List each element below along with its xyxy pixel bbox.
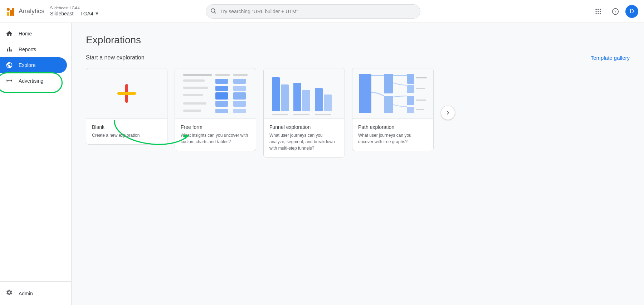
path-card-body: Path exploration What user journeys can … (352, 118, 433, 151)
cards-container: Blank Create a new exploration (86, 68, 630, 158)
freeform-card-desc: What insights can you uncover with custo… (181, 132, 250, 145)
svg-rect-22 (233, 79, 246, 84)
sidebar-item-reports-label: Reports (19, 47, 36, 52)
svg-point-13 (597, 13, 599, 14)
blank-exploration-card[interactable]: Blank Create a new exploration (86, 68, 167, 145)
app-title: Analytics (19, 8, 44, 15)
svg-rect-33 (215, 109, 228, 113)
svg-rect-17 (183, 74, 212, 76)
sidebar-nav: Home Reports Explore (0, 26, 71, 281)
svg-point-10 (597, 11, 599, 12)
plus-icon (117, 84, 136, 103)
svg-rect-27 (215, 92, 228, 100)
freeform-card-body: Free form What insights can you uncover … (175, 118, 256, 151)
sidebar-item-explore-label: Explore (19, 62, 35, 68)
svg-point-11 (600, 11, 601, 12)
sidebar-item-home-label: Home (19, 31, 32, 37)
svg-point-6 (595, 9, 596, 10)
funnel-card-title: Funnel exploration (269, 124, 339, 130)
layout: Home Reports Explore (0, 23, 644, 305)
svg-rect-20 (183, 79, 205, 82)
property-top-text: Slidebeast I GA4 (50, 6, 98, 10)
advertising-icon (6, 77, 13, 84)
svg-rect-46 (384, 96, 393, 113)
blank-card-desc: Create a new exploration (92, 132, 161, 139)
funnel-exploration-card[interactable]: Funnel exploration What user journeys ca… (263, 68, 345, 158)
sidebar-item-explore[interactable]: Explore (0, 57, 67, 73)
svg-rect-32 (183, 110, 201, 112)
next-chevron-button[interactable] (441, 106, 455, 120)
svg-rect-47 (407, 74, 414, 84)
svg-line-5 (214, 12, 216, 13)
svg-rect-35 (272, 77, 280, 111)
blank-card-title: Blank (92, 124, 161, 130)
path-card-thumbnail (352, 68, 433, 118)
svg-rect-50 (407, 107, 414, 113)
property-name-text: Slidebeast | I GA4 ▾ (50, 10, 98, 17)
svg-rect-21 (215, 79, 228, 84)
svg-rect-52 (416, 88, 425, 89)
blank-card-thumbnail (86, 68, 167, 118)
property-selector[interactable]: Slidebeast I GA4 Slidebeast | I GA4 ▾ (50, 6, 98, 17)
svg-rect-34 (233, 109, 246, 113)
svg-rect-24 (215, 86, 228, 91)
sidebar-item-home[interactable]: Home (0, 26, 67, 42)
svg-rect-48 (407, 85, 414, 93)
chevron-down-icon: ▾ (96, 10, 98, 17)
path-chart-svg (355, 70, 430, 117)
apps-icon-button[interactable] (591, 4, 605, 19)
cards-row: Blank Create a new exploration (86, 68, 630, 158)
template-gallery-link[interactable]: Template gallery (591, 55, 630, 61)
section-header: Start a new exploration Template gallery (86, 54, 630, 61)
svg-point-3 (7, 8, 10, 11)
freeform-exploration-card[interactable]: Free form What insights can you uncover … (175, 68, 256, 151)
search-input[interactable] (206, 4, 420, 19)
funnel-card-desc: What user journeys can you analyze, segm… (269, 132, 339, 151)
svg-point-14 (600, 13, 601, 14)
blank-card-body: Blank Create a new exploration (86, 118, 167, 144)
svg-point-9 (595, 11, 596, 12)
freeform-card-title: Free form (181, 124, 250, 130)
help-icon-button[interactable]: ? (608, 4, 623, 19)
svg-rect-41 (272, 114, 288, 115)
search-bar[interactable] (206, 4, 420, 19)
svg-rect-43 (315, 114, 331, 115)
sidebar-item-advertising[interactable]: Advertising (0, 73, 67, 89)
svg-rect-45 (384, 74, 393, 93)
bar-chart-icon (6, 46, 13, 53)
topbar-right: ? D (591, 4, 638, 19)
settings-icon (6, 289, 13, 298)
sidebar-item-advertising-label: Advertising (19, 78, 43, 84)
svg-rect-19 (233, 74, 248, 76)
path-card-desc: What user journeys can you uncover with … (358, 132, 428, 145)
section-label: Start a new exploration (86, 54, 145, 61)
sidebar-bottom: Admin (0, 281, 71, 305)
svg-rect-28 (233, 92, 246, 100)
svg-rect-49 (407, 96, 414, 105)
path-exploration-card[interactable]: Path exploration What user journeys can … (352, 68, 434, 151)
svg-rect-30 (215, 101, 228, 107)
svg-rect-54 (416, 109, 424, 110)
svg-rect-37 (293, 83, 301, 111)
funnel-card-thumbnail (264, 68, 345, 118)
svg-rect-39 (315, 88, 323, 111)
funnel-chart-svg (267, 70, 342, 117)
avatar[interactable]: D (625, 5, 638, 18)
svg-rect-0 (7, 12, 9, 16)
sidebar-item-admin[interactable]: Admin (6, 286, 65, 301)
svg-rect-44 (359, 74, 371, 113)
svg-rect-29 (183, 102, 206, 105)
svg-rect-2 (12, 8, 14, 16)
svg-point-7 (597, 9, 599, 10)
sidebar-item-admin-label: Admin (19, 291, 33, 296)
topbar-left: Analytics Slidebeast I GA4 Slidebeast | … (6, 6, 120, 17)
explore-icon (6, 62, 13, 69)
svg-rect-18 (215, 74, 230, 76)
svg-rect-51 (416, 77, 427, 78)
sidebar-item-reports[interactable]: Reports (0, 42, 67, 57)
search-icon (210, 8, 216, 15)
sidebar: Home Reports Explore (0, 23, 72, 305)
svg-point-4 (211, 9, 215, 13)
svg-rect-38 (302, 90, 310, 111)
svg-rect-36 (281, 84, 289, 111)
